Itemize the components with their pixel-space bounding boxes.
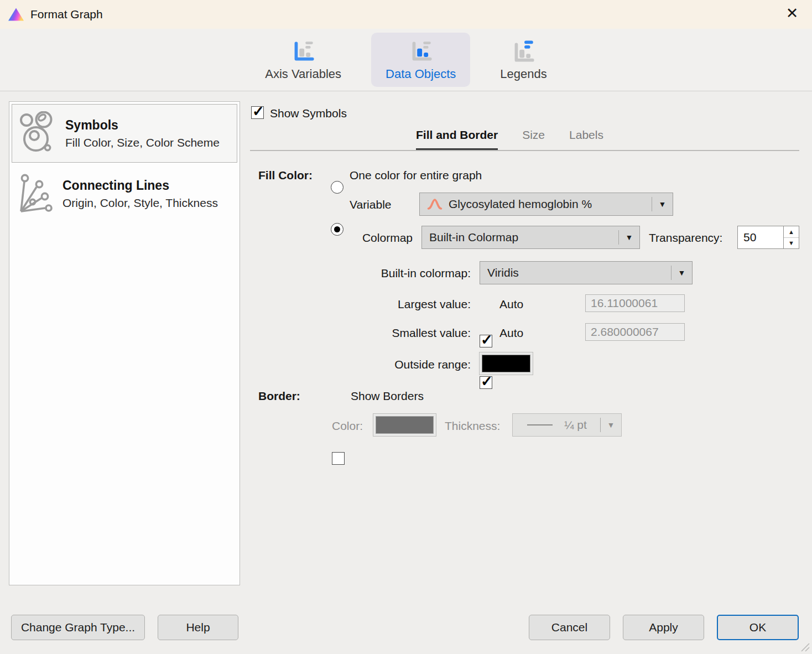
outside-range-color-swatch[interactable] bbox=[479, 352, 533, 375]
tab-axis-variables[interactable]: Axis Variables bbox=[251, 33, 356, 87]
list-item-subtitle: Origin, Color, Style, Thickness bbox=[63, 196, 218, 210]
one-color-label: One color for entire graph bbox=[350, 168, 482, 183]
subtab-size[interactable]: Size bbox=[522, 128, 545, 150]
border-color-swatch[interactable] bbox=[373, 413, 436, 437]
connecting-lines-icon bbox=[16, 172, 53, 216]
one-color-radio[interactable] bbox=[331, 181, 343, 194]
builtin-colormap-dropdown[interactable]: Viridis ▼ bbox=[480, 261, 693, 284]
window-title: Format Graph bbox=[30, 8, 103, 21]
smallest-value-field[interactable]: 2.680000067 bbox=[585, 323, 685, 341]
apply-button[interactable]: Apply bbox=[623, 615, 704, 640]
border-color-fill bbox=[376, 416, 434, 434]
spinner-down-icon[interactable]: ▼ bbox=[784, 238, 799, 249]
resize-grip[interactable] bbox=[800, 642, 810, 652]
check-icon: ✓ bbox=[252, 103, 264, 120]
tab-label: Legends bbox=[500, 67, 546, 81]
ok-button[interactable]: OK bbox=[717, 615, 799, 640]
largest-auto-label: Auto bbox=[499, 297, 523, 312]
change-graph-type-button[interactable]: Change Graph Type... bbox=[11, 615, 145, 640]
chevron-down-icon: ▼ bbox=[672, 268, 692, 277]
smallest-auto-checkbox[interactable]: ✓ bbox=[480, 376, 492, 389]
builtin-colormap-label: Built-in colormap: bbox=[250, 266, 471, 281]
list-item-connecting-lines[interactable]: Connecting Lines Origin, Color, Style, T… bbox=[9, 165, 240, 222]
list-item-text: Connecting Lines Origin, Color, Style, T… bbox=[63, 178, 218, 210]
symbols-icon bbox=[19, 111, 55, 155]
thickness-value: ¼ pt bbox=[564, 418, 587, 432]
list-item-title: Connecting Lines bbox=[63, 178, 218, 193]
transparency-label: Transparency: bbox=[649, 231, 722, 245]
largest-value-label: Largest value: bbox=[250, 297, 471, 312]
check-icon: ✓ bbox=[481, 373, 493, 390]
border-color-label: Color: bbox=[250, 419, 363, 433]
transparency-spinner: 50 ▲ ▼ bbox=[737, 226, 799, 249]
colormap-label: Colormap bbox=[250, 231, 413, 245]
colormap-dropdown-value: Built-in Colormap bbox=[429, 231, 518, 244]
format-sections-list: Symbols Fill Color, Size, Color Scheme C… bbox=[9, 101, 240, 585]
show-symbols-label: Show Symbols bbox=[270, 106, 347, 121]
fill-color-section-label: Fill Color: bbox=[258, 168, 313, 183]
smallest-auto-label: Auto bbox=[499, 326, 523, 340]
subtab-divider bbox=[250, 150, 799, 151]
subtab-labels[interactable]: Labels bbox=[569, 128, 603, 150]
tab-data-objects[interactable]: Data Objects bbox=[371, 33, 470, 87]
list-item-subtitle: Fill Color, Size, Color Scheme bbox=[65, 136, 220, 149]
thickness-dropdown-text: ¼ pt bbox=[513, 418, 600, 432]
outside-range-label: Outside range: bbox=[250, 357, 471, 372]
legends-chart-icon bbox=[511, 39, 536, 65]
largest-value-field[interactable]: 16.11000061 bbox=[585, 294, 685, 312]
smallest-value-label: Smallest value: bbox=[250, 326, 471, 340]
largest-auto-checkbox[interactable]: ✓ bbox=[480, 335, 492, 347]
check-icon: ✓ bbox=[481, 331, 493, 348]
cancel-button[interactable]: Cancel bbox=[529, 615, 610, 640]
show-borders-checkbox[interactable] bbox=[332, 452, 345, 465]
transparency-input[interactable]: 50 bbox=[737, 226, 784, 249]
line-sample-icon bbox=[527, 424, 553, 425]
border-thickness-label: Thickness: bbox=[445, 419, 500, 433]
list-item-title: Symbols bbox=[65, 118, 220, 133]
variable-dropdown-value: Glycosylated hemoglobin % bbox=[449, 198, 592, 211]
chevron-down-icon: ▼ bbox=[601, 421, 621, 429]
chevron-down-icon: ▼ bbox=[652, 200, 673, 209]
list-item-symbols[interactable]: Symbols Fill Color, Size, Color Scheme bbox=[12, 104, 237, 163]
help-button[interactable]: Help bbox=[158, 615, 238, 640]
format-graph-dialog: { "window": { "title": "Format Graph" },… bbox=[0, 0, 812, 654]
data-objects-chart-icon bbox=[408, 39, 434, 65]
distribution-curve-icon bbox=[427, 197, 443, 211]
builtin-colormap-value: Viridis bbox=[487, 266, 519, 279]
border-section-label: Border: bbox=[258, 389, 300, 403]
title-bar: Format Graph ✕ bbox=[0, 0, 812, 29]
spinner-up-icon[interactable]: ▲ bbox=[784, 226, 799, 238]
show-borders-label: Show Borders bbox=[351, 389, 424, 403]
show-symbols-checkbox[interactable]: ✓ bbox=[251, 106, 264, 119]
prism-logo-icon bbox=[8, 7, 24, 22]
outside-range-color-fill bbox=[482, 355, 530, 372]
variable-radio-label: Variable bbox=[350, 198, 392, 212]
border-thickness-dropdown[interactable]: ¼ pt ▼ bbox=[512, 413, 622, 437]
variable-dropdown[interactable]: Glycosylated hemoglobin % ▼ bbox=[419, 193, 673, 216]
nav-tab-strip: Axis Variables Data Objects Legends bbox=[0, 29, 812, 91]
tab-label: Data Objects bbox=[386, 67, 456, 81]
symbol-subtabs: Fill and Border Size Labels bbox=[416, 128, 603, 150]
tab-legends[interactable]: Legends bbox=[486, 33, 561, 87]
transparency-spin-buttons: ▲ ▼ bbox=[784, 226, 799, 249]
subtab-fill-and-border[interactable]: Fill and Border bbox=[416, 128, 498, 150]
close-icon[interactable]: ✕ bbox=[782, 3, 802, 23]
chevron-down-icon: ▼ bbox=[619, 233, 639, 242]
tab-label: Axis Variables bbox=[265, 67, 341, 81]
axis-variables-chart-icon bbox=[290, 39, 316, 65]
colormap-dropdown[interactable]: Built-in Colormap ▼ bbox=[421, 226, 640, 249]
variable-dropdown-text: Glycosylated hemoglobin % bbox=[420, 197, 652, 211]
list-item-text: Symbols Fill Color, Size, Color Scheme bbox=[65, 118, 220, 149]
